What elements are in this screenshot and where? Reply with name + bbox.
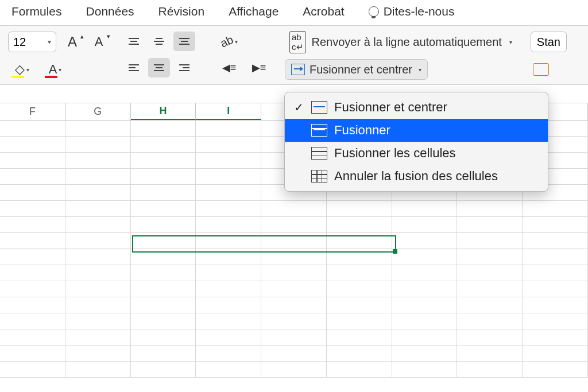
number-format-select[interactable]: Stan — [531, 32, 567, 52]
tell-me-label: Dites-le-nous — [384, 5, 455, 18]
paint-bucket-icon: ◇ — [15, 62, 25, 77]
increase-font-size-button[interactable]: A▴ — [62, 32, 83, 52]
chevron-down-icon: ▾ — [48, 38, 51, 46]
chevron-down-icon: ▾ — [59, 67, 61, 73]
chevron-down-icon: ▾ — [509, 39, 512, 45]
orientation-button[interactable]: ab ▾ — [217, 32, 241, 51]
merge-dropdown: ✓ Fusionner et centrer Fusionner Fusionn… — [284, 92, 548, 192]
merge-center-label: Fusionner et centrer — [310, 63, 412, 76]
menu-review[interactable]: Révision — [158, 5, 205, 18]
align-center-button[interactable] — [148, 58, 170, 77]
lightbulb-icon — [369, 6, 379, 17]
merge-across-icon — [311, 124, 327, 137]
merge-and-center-option[interactable]: ✓ Fusionner et centrer — [285, 96, 548, 119]
merge-center-button[interactable]: Fusionner et centrer ▾ — [285, 59, 428, 80]
menu-view[interactable]: Affichage — [229, 5, 278, 18]
align-right-button[interactable] — [173, 58, 195, 77]
chevron-down-icon: ▾ — [26, 67, 29, 73]
option-label: Fusionner — [334, 123, 390, 138]
font-size-value: 12 — [13, 36, 26, 49]
alignment-group: ab ▾ ◀≡ ▶≡ — [123, 32, 271, 77]
option-label: Fusionner les cellules — [334, 146, 456, 161]
number-format-value: Stan — [537, 36, 560, 49]
wrap-text-icon: abc↵ — [289, 31, 306, 53]
font-color-icon: A — [49, 62, 57, 77]
decrease-font-size-button[interactable]: A▾ — [88, 32, 109, 52]
unmerge-cells-option[interactable]: Annuler la fusion des cellules — [285, 165, 548, 188]
decrease-indent-button[interactable]: ◀≡ — [217, 58, 241, 77]
merge-center-icon — [291, 64, 305, 75]
option-label: Annuler la fusion des cellules — [334, 169, 498, 184]
chevron-down-icon: ▾ — [419, 67, 421, 73]
column-header[interactable]: G — [65, 103, 131, 120]
increase-indent-button[interactable]: ▶≡ — [247, 58, 271, 77]
currency-icon — [533, 63, 549, 76]
menu-formulas[interactable]: Formules — [11, 5, 62, 18]
wrap-merge-group: abc↵ Renvoyer à la ligne automatiquement… — [285, 32, 517, 80]
merge-cells-icon — [311, 147, 327, 160]
merge-center-icon — [311, 101, 327, 114]
number-format-group: Stan — [531, 32, 567, 80]
align-middle-button[interactable] — [148, 32, 170, 51]
column-header[interactable]: F — [0, 103, 65, 120]
unmerge-icon — [311, 170, 327, 183]
menu-acrobat[interactable]: Acrobat — [303, 5, 344, 18]
check-icon: ✓ — [293, 100, 304, 114]
decrease-indent-icon: ◀≡ — [222, 61, 237, 74]
column-header[interactable]: H — [131, 103, 196, 120]
ribbon: 12 ▾ A▴ A▾ ◇ ▾ A ▾ — [0, 26, 588, 85]
wrap-text-label: Renvoyer à la ligne automatiquement — [312, 36, 502, 49]
menu-bar: Formules Données Révision Affichage Acro… — [0, 0, 588, 26]
menu-tell-me[interactable]: Dites-le-nous — [369, 5, 455, 18]
font-size-select[interactable]: 12 ▾ — [8, 32, 56, 52]
align-top-button[interactable] — [123, 32, 145, 51]
menu-data[interactable]: Données — [86, 5, 134, 18]
chevron-down-icon: ▾ — [235, 38, 238, 45]
wrap-text-button[interactable]: abc↵ Renvoyer à la ligne automatiquement… — [285, 32, 517, 52]
column-header[interactable]: I — [196, 103, 261, 120]
orientation-icon: ab — [218, 33, 235, 50]
align-left-button[interactable] — [123, 58, 145, 77]
fill-color-button[interactable]: ◇ ▾ — [8, 59, 36, 80]
font-color-button[interactable]: A ▾ — [41, 59, 69, 80]
increase-indent-icon: ▶≡ — [252, 61, 266, 74]
font-group: 12 ▾ A▴ A▾ ◇ ▾ A ▾ — [8, 32, 109, 80]
align-bottom-button[interactable] — [173, 32, 195, 51]
merge-across-option[interactable]: Fusionner — [285, 119, 548, 142]
currency-button[interactable] — [531, 59, 551, 80]
merge-cells-option[interactable]: Fusionner les cellules — [285, 142, 548, 165]
option-label: Fusionner et centrer — [334, 100, 447, 115]
